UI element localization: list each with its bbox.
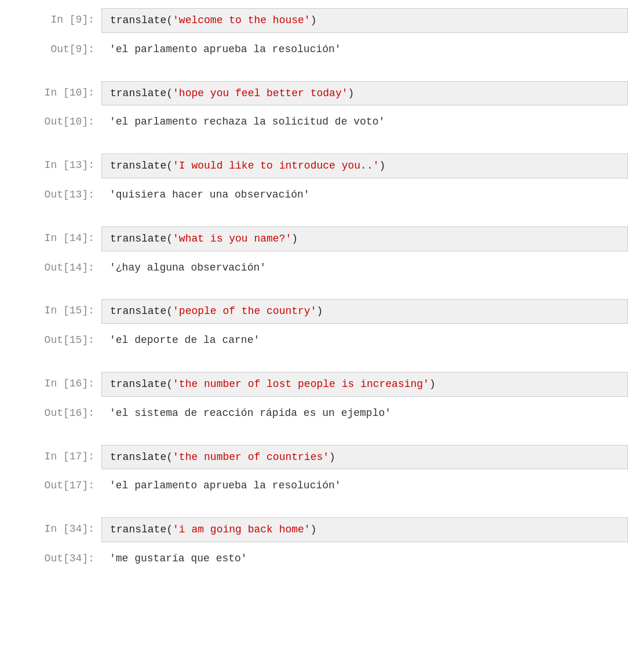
out-label-3: Out[14]:	[0, 256, 101, 280]
out-label-2: Out[13]:	[0, 183, 101, 207]
code-string-7: 'i am going back home'	[173, 524, 311, 535]
out-label-0: Out[9]:	[0, 38, 101, 61]
code-prefix-4: translate(	[110, 305, 173, 317]
code-prefix-1: translate(	[110, 87, 173, 99]
out-text-1: 'el parlamento rechaza la solicitud de v…	[101, 110, 628, 134]
notebook: In [9]:translate('welcome to the house')…	[0, 6, 628, 583]
out-label-5: Out[16]:	[0, 401, 101, 425]
cell-group-2: In [13]:translate('I would like to intro…	[0, 151, 628, 220]
in-label-2: In [13]:	[0, 154, 101, 178]
output-row-2: Out[13]:'quisiera hacer una observación'	[0, 181, 628, 209]
in-label-1: In [10]:	[0, 81, 101, 106]
out-text-3: '¿hay alguna observación'	[101, 256, 628, 280]
output-row-5: Out[16]:'el sistema de reacción rápida e…	[0, 399, 628, 428]
input-row-1: In [10]:translate('hope you feel better …	[0, 79, 628, 108]
output-row-1: Out[10]:'el parlamento rechaza la solici…	[0, 108, 628, 136]
code-suffix-1: )	[348, 87, 354, 99]
cell-group-3: In [14]:translate('what is you name?')Ou…	[0, 224, 628, 293]
output-row-7: Out[34]:'me gustaría que esto'	[0, 545, 628, 573]
cell-group-1: In [10]:translate('hope you feel better …	[0, 79, 628, 147]
code-suffix-7: )	[311, 524, 317, 535]
code-string-2: 'I would like to introduce you..'	[173, 160, 379, 171]
spacer-6	[0, 500, 628, 510]
spacer-0	[0, 64, 628, 74]
in-label-7: In [34]:	[0, 517, 101, 542]
cell-group-6: In [17]:translate('the number of countri…	[0, 443, 628, 511]
out-label-7: Out[34]:	[0, 547, 101, 571]
out-text-5: 'el sistema de reacción rápida es un eje…	[101, 401, 628, 425]
spacer-7	[0, 573, 628, 583]
cell-group-4: In [15]:translate('people of the country…	[0, 297, 628, 365]
code-suffix-6: )	[329, 451, 335, 463]
code-string-1: 'hope you feel better today'	[173, 87, 348, 99]
code-prefix-6: translate(	[110, 451, 173, 463]
code-suffix-2: )	[379, 160, 386, 171]
in-code-4[interactable]: translate('people of the country')	[101, 299, 628, 324]
out-text-2: 'quisiera hacer una observación'	[101, 183, 628, 207]
spacer-2	[0, 209, 628, 220]
code-suffix-3: )	[291, 233, 298, 244]
in-label-4: In [15]:	[0, 299, 101, 324]
input-row-4: In [15]:translate('people of the country…	[0, 297, 628, 326]
in-code-2[interactable]: translate('I would like to introduce you…	[101, 154, 628, 178]
output-row-6: Out[17]:'el parlamento aprueba la resolu…	[0, 472, 628, 500]
code-string-4: 'people of the country'	[173, 305, 316, 317]
in-label-5: In [16]:	[0, 372, 101, 397]
input-row-2: In [13]:translate('I would like to intro…	[0, 151, 628, 181]
cell-group-7: In [34]:translate('i am going back home'…	[0, 515, 628, 583]
input-row-7: In [34]:translate('i am going back home'…	[0, 515, 628, 545]
input-row-5: In [16]:translate('the number of lost pe…	[0, 370, 628, 399]
code-string-0: 'welcome to the house'	[173, 14, 311, 26]
out-label-4: Out[15]:	[0, 328, 101, 352]
code-suffix-4: )	[316, 305, 323, 317]
code-prefix-0: translate(	[110, 14, 173, 26]
code-string-6: 'the number of countries'	[173, 451, 329, 463]
input-row-6: In [17]:translate('the number of countri…	[0, 443, 628, 472]
out-text-0: 'el parlamento aprueba la resolución'	[101, 38, 628, 61]
input-row-3: In [14]:translate('what is you name?')	[0, 224, 628, 254]
code-prefix-2: translate(	[110, 160, 173, 171]
output-row-0: Out[9]:'el parlamento aprueba la resoluc…	[0, 35, 628, 64]
output-row-3: Out[14]:'¿hay alguna observación'	[0, 254, 628, 282]
code-prefix-5: translate(	[110, 378, 173, 390]
code-suffix-0: )	[311, 14, 317, 26]
code-suffix-5: )	[429, 378, 436, 390]
code-prefix-7: translate(	[110, 524, 173, 535]
out-text-4: 'el deporte de la carne'	[101, 328, 628, 352]
in-label-0: In [9]:	[0, 8, 101, 33]
cell-group-5: In [16]:translate('the number of lost pe…	[0, 370, 628, 438]
in-code-6[interactable]: translate('the number of countries')	[101, 445, 628, 470]
spacer-3	[0, 282, 628, 292]
in-code-5[interactable]: translate('the number of lost people is …	[101, 372, 628, 397]
spacer-1	[0, 136, 628, 147]
out-text-7: 'me gustaría que esto'	[101, 547, 628, 571]
input-row-0: In [9]:translate('welcome to the house')	[0, 6, 628, 35]
cell-group-0: In [9]:translate('welcome to the house')…	[0, 6, 628, 74]
in-code-1[interactable]: translate('hope you feel better today')	[101, 81, 628, 106]
out-label-1: Out[10]:	[0, 110, 101, 134]
in-code-7[interactable]: translate('i am going back home')	[101, 517, 628, 542]
code-string-3: 'what is you name?'	[173, 233, 291, 244]
code-prefix-3: translate(	[110, 233, 173, 244]
in-code-0[interactable]: translate('welcome to the house')	[101, 8, 628, 33]
spacer-4	[0, 355, 628, 365]
out-label-6: Out[17]:	[0, 474, 101, 498]
in-code-3[interactable]: translate('what is you name?')	[101, 227, 628, 251]
spacer-5	[0, 428, 628, 438]
output-row-4: Out[15]:'el deporte de la carne'	[0, 326, 628, 355]
in-label-3: In [14]:	[0, 227, 101, 251]
code-string-5: 'the number of lost people is increasing…	[173, 378, 429, 390]
in-label-6: In [17]:	[0, 445, 101, 470]
out-text-6: 'el parlamento aprueba la resolución'	[101, 474, 628, 498]
